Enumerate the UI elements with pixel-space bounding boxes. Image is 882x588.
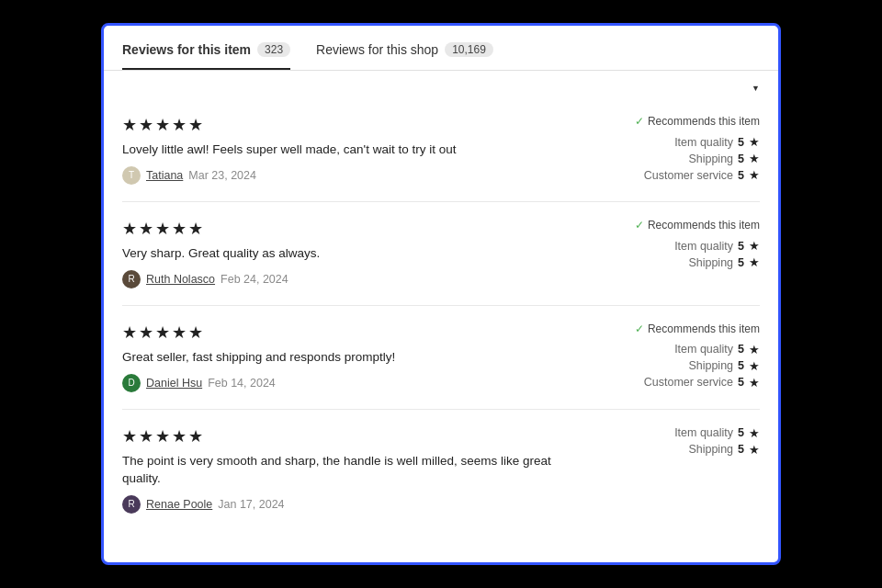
star-icon: ★ [122, 219, 137, 239]
rating-value: 5 [738, 426, 744, 439]
star-icon: ★ [122, 322, 137, 343]
reviewer-name[interactable]: Renae Poole [146, 498, 212, 511]
avatar: D [122, 374, 141, 392]
recommends-label: Recommends this item [648, 115, 760, 128]
rating-star-icon: ★ [749, 376, 760, 390]
rating-label: Item quality [674, 136, 733, 149]
review-text: The point is very smooth and sharp, the … [122, 453, 563, 488]
rating-star-icon: ★ [749, 135, 760, 149]
review-left: ★★★★★ Very sharp. Great quality as alway… [122, 219, 604, 288]
check-icon: ✓ [635, 322, 644, 335]
reviewer-info: T Tatiana Mar 23, 2024 [122, 166, 604, 185]
star-icon: ★ [139, 219, 153, 239]
rating-label: Customer service [644, 169, 733, 182]
star-icon: ★ [122, 115, 137, 135]
rating-row: Item quality 5 ★ [613, 239, 760, 253]
star-icon: ★ [172, 219, 187, 239]
star-icon: ★ [188, 115, 203, 135]
rating-label: Shipping [688, 153, 733, 165]
star-icon: ★ [188, 219, 203, 239]
reviewer-name[interactable]: Tatiana [146, 169, 183, 182]
review-right: ✓ Recommends this item Item quality 5 ★ … [613, 219, 760, 288]
rating-star-icon: ★ [749, 343, 760, 356]
star-icon: ★ [155, 219, 170, 239]
star-icon: ★ [122, 426, 137, 447]
star-icon: ★ [155, 115, 170, 135]
rating-value: 5 [738, 359, 744, 372]
star-icon: ★ [172, 322, 187, 343]
rating-label: Item quality [674, 240, 733, 253]
rating-row: Shipping 5 ★ [613, 359, 760, 373]
tab-shop[interactable]: Reviews for this shop10,169 [316, 42, 493, 70]
star-icon: ★ [155, 426, 170, 447]
star-icon: ★ [139, 115, 153, 135]
review-item: ★★★★★ The point is very smooth and sharp… [122, 410, 760, 530]
star-icon: ★ [172, 115, 187, 135]
rating-value: 5 [738, 136, 744, 149]
rating-value: 5 [738, 169, 744, 182]
reviewer-date: Mar 23, 2024 [188, 169, 256, 182]
star-icon: ★ [155, 322, 170, 343]
rating-row: Customer service 5 ★ [613, 376, 760, 390]
tab-label: Reviews for this shop [316, 42, 438, 57]
check-icon: ✓ [635, 115, 644, 128]
tab-badge: 10,169 [445, 42, 493, 57]
rating-label: Item quality [674, 343, 733, 356]
recommends-badge: ✓ Recommends this item [635, 115, 760, 128]
rating-label: Customer service [644, 376, 733, 389]
rating-row: Shipping 5 ★ [613, 255, 760, 269]
reviewer-info: R Renae Poole Jan 17, 2024 [122, 495, 604, 514]
rating-star-icon: ★ [749, 152, 760, 165]
rating-label: Shipping [688, 359, 733, 372]
sort-bar [104, 71, 778, 98]
rating-star-icon: ★ [749, 426, 760, 440]
rating-label: Shipping [688, 256, 733, 269]
reviews-panel: Reviews for this item323Reviews for this… [101, 23, 781, 565]
tabs-bar: Reviews for this item323Reviews for this… [104, 26, 778, 71]
review-item: ★★★★★ Lovely little awl! Feels super wel… [122, 98, 760, 202]
rating-row: Item quality 5 ★ [613, 426, 760, 440]
reviewer-name[interactable]: Ruth Nolasco [146, 273, 215, 286]
rating-label: Item quality [674, 426, 733, 439]
review-left: ★★★★★ Lovely little awl! Feels super wel… [122, 115, 604, 185]
stars-display: ★★★★★ [122, 219, 604, 239]
avatar: R [122, 495, 141, 514]
reviewer-info: R Ruth Nolasco Feb 24, 2024 [122, 270, 604, 288]
recommends-badge: ✓ Recommends this item [635, 219, 760, 232]
reviewer-info: D Daniel Hsu Feb 14, 2024 [122, 374, 604, 392]
review-left: ★★★★★ The point is very smooth and sharp… [122, 426, 604, 514]
rating-row: Shipping 5 ★ [613, 152, 760, 165]
rating-star-icon: ★ [749, 239, 760, 253]
rating-row: Shipping 5 ★ [613, 443, 760, 457]
tab-item[interactable]: Reviews for this item323 [122, 42, 290, 70]
rating-value: 5 [738, 443, 744, 456]
stars-display: ★★★★★ [122, 426, 604, 447]
review-item: ★★★★★ Great seller, fast shipping and re… [122, 306, 760, 410]
review-text: Great seller, fast shipping and responds… [122, 349, 563, 367]
recommends-label: Recommends this item [648, 322, 760, 335]
reviewer-name[interactable]: Daniel Hsu [146, 377, 202, 390]
reviewer-date: Feb 14, 2024 [208, 377, 276, 390]
star-icon: ★ [139, 426, 153, 447]
rating-star-icon: ★ [749, 255, 760, 269]
recommends-badge: ✓ Recommends this item [635, 322, 760, 335]
review-right: ✓ Recommends this item Item quality 5 ★ … [613, 115, 760, 185]
rating-row: Item quality 5 ★ [613, 343, 760, 356]
review-right: Item quality 5 ★ Shipping 5 ★ [613, 426, 760, 514]
review-list: ★★★★★ Lovely little awl! Feels super wel… [104, 98, 778, 530]
review-right: ✓ Recommends this item Item quality 5 ★ … [613, 322, 760, 392]
rating-label: Shipping [688, 443, 733, 456]
star-icon: ★ [188, 426, 203, 447]
rating-value: 5 [738, 343, 744, 356]
rating-star-icon: ★ [749, 443, 760, 457]
rating-value: 5 [738, 153, 744, 165]
rating-value: 5 [738, 376, 744, 389]
tab-badge: 323 [257, 42, 290, 57]
review-text: Very sharp. Great quality as always. [122, 245, 563, 263]
review-text: Lovely little awl! Feels super well made… [122, 141, 563, 159]
sort-button[interactable] [750, 84, 760, 93]
rating-star-icon: ★ [749, 168, 760, 182]
rating-row: Customer service 5 ★ [613, 168, 760, 182]
rating-value: 5 [738, 256, 744, 269]
check-icon: ✓ [635, 219, 644, 232]
